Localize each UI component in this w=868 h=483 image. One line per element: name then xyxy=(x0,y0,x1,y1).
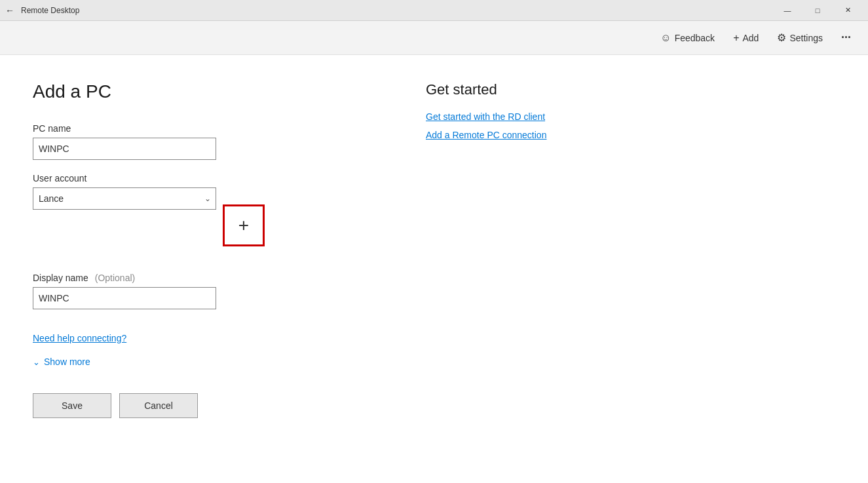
action-buttons: Save Cancel xyxy=(33,393,360,418)
show-more-label: Show more xyxy=(44,357,90,367)
settings-icon: ⚙ xyxy=(777,31,786,44)
feedback-icon: ☺ xyxy=(660,32,671,44)
minimize-button[interactable]: — xyxy=(772,0,802,21)
get-started-title: Get started xyxy=(426,81,835,98)
add-button[interactable]: + Add xyxy=(726,28,765,48)
pc-name-input[interactable] xyxy=(33,138,216,160)
display-name-optional: (Optional) xyxy=(95,273,135,283)
user-account-left: Lance ⌄ xyxy=(33,187,216,210)
user-account-label-row: User account xyxy=(33,173,269,184)
right-panel: Get started Get started with the RD clie… xyxy=(393,55,868,483)
pc-name-label: PC name xyxy=(33,123,360,134)
main-area: Add a PC PC name User account Lance ⌄ xyxy=(0,55,868,483)
settings-label: Settings xyxy=(789,33,823,43)
display-name-input[interactable] xyxy=(33,287,216,309)
close-button[interactable]: ✕ xyxy=(833,0,863,21)
titlebar: ← Remote Desktop — □ ✕ xyxy=(0,0,868,21)
add-label: Add xyxy=(742,33,759,43)
back-button[interactable]: ← xyxy=(5,5,14,16)
user-account-select-wrapper: Lance ⌄ xyxy=(33,187,216,210)
settings-button[interactable]: ⚙ Settings xyxy=(770,28,829,48)
add-user-button[interactable]: + xyxy=(223,204,265,246)
user-account-group: User account Lance ⌄ + xyxy=(33,173,360,260)
user-account-row: Lance ⌄ + xyxy=(33,187,360,246)
titlebar-controls: — □ ✕ xyxy=(772,0,863,21)
add-icon: + xyxy=(733,32,739,44)
help-link[interactable]: Need help connecting? xyxy=(33,333,360,343)
user-account-select[interactable]: Lance xyxy=(33,187,216,210)
feedback-button[interactable]: ☺ Feedback xyxy=(654,28,721,48)
show-more-chevron-icon: ⌄ xyxy=(33,357,40,367)
form-panel: Add a PC PC name User account Lance ⌄ xyxy=(0,55,393,483)
titlebar-title: Remote Desktop xyxy=(21,6,772,15)
display-name-group: Display name (Optional) xyxy=(33,273,360,309)
cancel-button[interactable]: Cancel xyxy=(119,393,198,418)
display-name-label: Display name (Optional) xyxy=(33,273,360,283)
save-button[interactable]: Save xyxy=(33,393,111,418)
toolbar: ☺ Feedback + Add ⚙ Settings ··· xyxy=(0,21,868,55)
add-user-icon: + xyxy=(238,215,249,236)
maximize-button[interactable]: □ xyxy=(802,0,833,21)
more-button[interactable]: ··· xyxy=(835,28,858,47)
feedback-label: Feedback xyxy=(675,33,715,43)
get-started-link-remote-pc[interactable]: Add a Remote PC connection xyxy=(426,130,835,140)
user-account-label: User account xyxy=(33,173,86,184)
show-more-toggle[interactable]: ⌄ Show more xyxy=(33,357,360,367)
page-title: Add a PC xyxy=(33,81,360,102)
get-started-link-rd[interactable]: Get started with the RD client xyxy=(426,111,835,122)
pc-name-group: PC name xyxy=(33,123,360,160)
